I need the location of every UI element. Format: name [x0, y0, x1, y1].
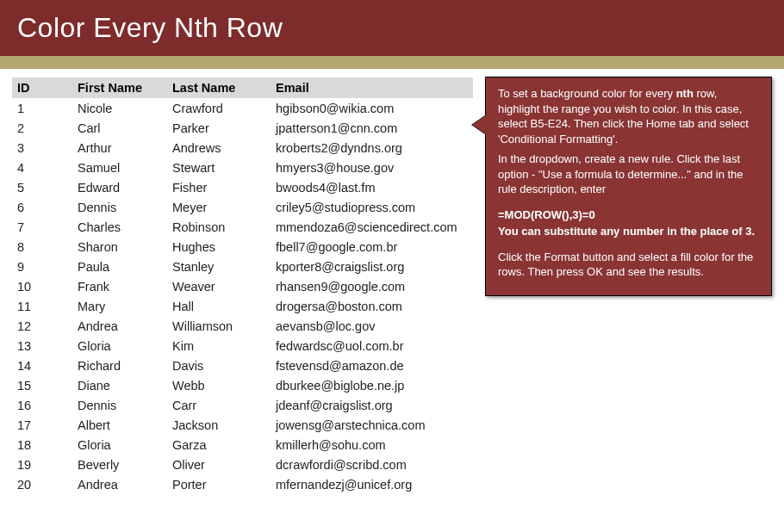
cell-id: 4	[12, 158, 72, 177]
table-row: 7CharlesRobinsonmmendoza6@sciencedirect.…	[12, 217, 473, 237]
table-row: 6DennisMeyercriley5@studiopress.com	[12, 197, 473, 217]
cell-id: 19	[12, 455, 72, 474]
cell-id: 6	[12, 197, 72, 217]
cell-email: kroberts2@dyndns.org	[271, 138, 473, 158]
cell-first: Dennis	[72, 395, 167, 415]
table-row: 10FrankWeaverrhansen9@google.com	[12, 276, 473, 296]
cell-first: Gloria	[72, 336, 167, 356]
table-row: 13GloriaKimfedwardsc@uol.com.br	[12, 336, 473, 356]
cell-first: Carl	[72, 118, 167, 138]
cell-email: bwoods4@last.fm	[271, 177, 473, 197]
cell-id: 20	[12, 474, 72, 494]
cell-last: Meyer	[167, 197, 271, 217]
cell-id: 10	[12, 276, 72, 296]
table-row: 2CarlParkerjpatterson1@cnn.com	[12, 118, 473, 138]
table-row: 19BeverlyOliverdcrawfordi@scribd.com	[12, 455, 473, 474]
cell-last: Stewart	[167, 158, 271, 177]
cell-last: Kim	[167, 336, 271, 356]
cell-first: Gloria	[72, 435, 167, 455]
cell-last: Davis	[167, 356, 271, 375]
page-title: Color Every Nth Row	[17, 12, 283, 43]
cell-first: Richard	[72, 356, 167, 375]
table-row: 1NicoleCrawfordhgibson0@wikia.com	[12, 98, 473, 118]
content-area: ID First Name Last Name Email 1NicoleCra…	[0, 69, 784, 494]
cell-id: 5	[12, 177, 72, 197]
cell-last: Hughes	[167, 237, 271, 257]
cell-email: hgibson0@wikia.com	[271, 98, 473, 118]
page-header: Color Every Nth Row	[0, 0, 784, 56]
table-row: 12AndreaWilliamsonaevansb@loc.gov	[12, 316, 473, 336]
cell-id: 15	[12, 375, 72, 395]
cell-email: criley5@studiopress.com	[271, 197, 473, 217]
cell-first: Dennis	[72, 197, 167, 217]
instruction-callout: To set a background color for every nth …	[485, 77, 772, 296]
cell-last: Porter	[167, 474, 271, 494]
callout-text: To set a background color for every	[498, 87, 676, 100]
cell-first: Andrea	[72, 474, 167, 494]
cell-first: Edward	[72, 177, 167, 197]
cell-id: 9	[12, 257, 72, 276]
cell-email: jpatterson1@cnn.com	[271, 118, 473, 138]
cell-first: Albert	[72, 415, 167, 435]
cell-email: dcrawfordi@scribd.com	[271, 455, 473, 474]
cell-last: Williamson	[167, 316, 271, 336]
cell-last: Hall	[167, 296, 271, 316]
table-header-row: ID First Name Last Name Email	[12, 77, 473, 98]
cell-first: Frank	[72, 276, 167, 296]
col-header-first: First Name	[72, 77, 167, 98]
cell-id: 1	[12, 98, 72, 118]
cell-first: Samuel	[72, 158, 167, 177]
cell-id: 13	[12, 336, 72, 356]
cell-last: Oliver	[167, 455, 271, 474]
cell-first: Paula	[72, 257, 167, 276]
callout-formula: =MOD(ROW(),3)=0	[498, 207, 759, 223]
table-row: 16DennisCarrjdeanf@craigslist.org	[12, 395, 473, 415]
table-row: 14RichardDavisfstevensd@amazon.de	[12, 356, 473, 375]
table-row: 18GloriaGarzakmillerh@sohu.com	[12, 435, 473, 455]
callout-bold-nth: nth	[676, 87, 694, 100]
cell-email: hmyers3@house.gov	[271, 158, 473, 177]
cell-id: 3	[12, 138, 72, 158]
table-row: 5EdwardFisherbwoods4@last.fm	[12, 177, 473, 197]
cell-email: mmendoza6@sciencedirect.com	[271, 217, 473, 237]
cell-email: fedwardsc@uol.com.br	[271, 336, 473, 356]
data-table: ID First Name Last Name Email 1NicoleCra…	[12, 77, 473, 494]
cell-first: Andrea	[72, 316, 167, 336]
cell-last: Weaver	[167, 276, 271, 296]
cell-id: 18	[12, 435, 72, 455]
table-row: 17AlbertJacksonjowensg@arstechnica.com	[12, 415, 473, 435]
cell-email: jdeanf@craigslist.org	[271, 395, 473, 415]
callout-p2: In the dropdown, create a new rule. Clic…	[498, 152, 759, 197]
cell-first: Nicole	[72, 98, 167, 118]
cell-last: Jackson	[167, 415, 271, 435]
cell-id: 16	[12, 395, 72, 415]
cell-last: Garza	[167, 435, 271, 455]
cell-id: 8	[12, 237, 72, 257]
col-header-last: Last Name	[167, 77, 271, 98]
table-row: 8SharonHughesfbell7@google.com.br	[12, 237, 473, 257]
cell-last: Andrews	[167, 138, 271, 158]
cell-id: 7	[12, 217, 72, 237]
table-row: 3ArthurAndrewskroberts2@dyndns.org	[12, 138, 473, 158]
data-table-wrap: ID First Name Last Name Email 1NicoleCra…	[12, 77, 473, 494]
cell-first: Mary	[72, 296, 167, 316]
cell-last: Carr	[167, 395, 271, 415]
cell-email: kporter8@craigslist.org	[271, 257, 473, 276]
table-row: 11MaryHalldrogersa@boston.com	[12, 296, 473, 316]
table-row: 15DianeWebbdburkee@biglobe.ne.jp	[12, 375, 473, 395]
cell-email: aevansb@loc.gov	[271, 316, 473, 336]
cell-last: Stanley	[167, 257, 271, 276]
cell-email: dburkee@biglobe.ne.jp	[271, 375, 473, 395]
cell-first: Arthur	[72, 138, 167, 158]
cell-email: fbell7@google.com.br	[271, 237, 473, 257]
cell-first: Sharon	[72, 237, 167, 257]
cell-first: Beverly	[72, 455, 167, 474]
cell-last: Robinson	[167, 217, 271, 237]
cell-email: kmillerh@sohu.com	[271, 435, 473, 455]
cell-email: jowensg@arstechnica.com	[271, 415, 473, 435]
cell-id: 11	[12, 296, 72, 316]
table-row: 4SamuelStewarthmyers3@house.gov	[12, 158, 473, 177]
cell-first: Charles	[72, 217, 167, 237]
cell-last: Parker	[167, 118, 271, 138]
callout-p3: Click the Format button and select a fil…	[498, 250, 759, 280]
